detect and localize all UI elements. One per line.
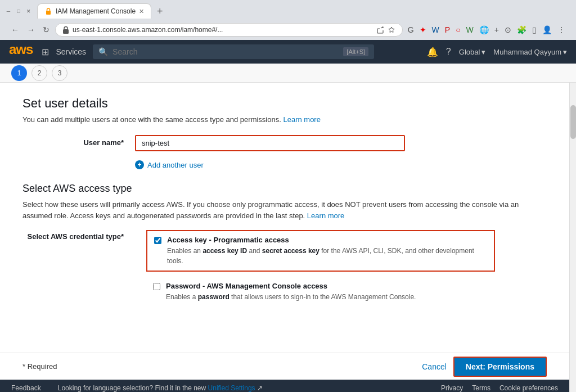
programmatic-access-checkbox[interactable] [154,237,161,244]
ext2-icon[interactable]: W [430,24,441,35]
address-bar[interactable]: us-east-1.console.aws.amazon.com/iam/hom… [55,23,403,37]
credential-options: Access key - Programmatic access Enables… [146,230,547,312]
username-label: User name* [22,135,135,147]
secondary-nav: 1 2 3 [0,64,576,83]
user-dropdown[interactable]: Muhammad Qayyum ▾ [493,48,567,56]
profile-icon[interactable]: 👤 [541,24,554,35]
access-type-desc: Select how these users will primarily ac… [22,199,540,221]
username-input[interactable] [135,135,405,151]
footer-links: Privacy Terms Cookie preferences [441,384,558,392]
global-dropdown[interactable]: Global ▾ [459,48,486,56]
step3-btn[interactable]: 3 [52,65,68,81]
star-icon[interactable] [388,26,395,34]
add-user-plus-icon: + [135,160,144,169]
global-label: Global [459,48,480,56]
close-btn[interactable]: ✕ [25,7,33,15]
svg-rect-1 [63,29,69,34]
services-nav-link[interactable]: Services [56,47,86,56]
help-icon[interactable]: ? [446,47,451,57]
window-controls: ─ □ ✕ [4,7,33,15]
lock-icon [62,26,69,34]
back-btn[interactable]: ← [9,24,21,35]
ext5-icon[interactable]: W [465,24,475,35]
user-chevron-icon: ▾ [563,48,567,56]
programmatic-access-content: Access key - Programmatic access Enables… [167,236,487,266]
unified-settings-link[interactable]: Unified Settings [208,384,255,392]
username-form-row: User name* [22,135,547,151]
subtitle-text: You can add multiple users at once with … [22,115,281,124]
svg-rect-0 [46,11,51,15]
next-permissions-button[interactable]: Next: Permissions [453,357,547,377]
global-search[interactable]: 🔍 [Alt+S] [93,44,374,59]
username-label: Muhammad Qayyum [493,48,561,56]
credential-label: Select AWS credential type* [22,230,135,241]
grid-icon[interactable]: ⊞ [42,47,49,57]
footer-buttons: Cancel Next: Permissions [422,357,547,377]
access-type-title: Select AWS access type [22,183,547,195]
access-learn-more-link[interactable]: Learn more [307,211,344,220]
scrollbar-track[interactable] [569,83,576,392]
console-desc: Enables a password that allows users to … [166,292,416,302]
ext1-icon[interactable]: ✦ [418,24,428,35]
programmatic-title: Access key - Programmatic access [167,236,487,244]
aws-navbar: aws ⊞ Services 🔍 [Alt+S] 🔔 ? Global ▾ Mu… [0,40,576,64]
ext8-icon[interactable]: ⊙ [503,24,513,35]
bell-icon[interactable]: 🔔 [427,47,438,57]
privacy-link[interactable]: Privacy [441,384,463,392]
browser-actions: G ✦ W P ○ W 🌐 + ⊙ 🧩 ▯ 👤 ⋮ [406,24,567,35]
search-icon: 🔍 [98,47,108,56]
unified-settings-text: Looking for language selection? Find it … [52,384,430,392]
console-title: Password - AWS Management Console access [166,282,416,290]
menu-icon[interactable]: ⋮ [556,24,567,35]
refresh-btn[interactable]: ↻ [40,24,52,35]
new-tab-btn[interactable]: + [152,4,168,19]
console-access-checkbox[interactable] [153,283,160,290]
access-desc-text: Select how these users will primarily ac… [22,200,519,220]
learn-more-link[interactable]: Learn more [283,115,320,124]
ext7-icon[interactable]: + [493,24,501,35]
active-tab[interactable]: IAM Management Console ✕ [37,3,151,19]
split-view-icon[interactable]: ▯ [530,24,538,35]
page-title: Set user details [22,96,547,111]
footer-bar: * Required Cancel Next: Permissions [0,353,569,380]
share-icon[interactable] [376,26,384,34]
credential-row: Select AWS credential type* Access key -… [22,230,547,312]
minimize-btn[interactable]: ─ [4,7,12,15]
ext6-icon[interactable]: 🌐 [478,24,490,35]
forward-btn[interactable]: → [25,24,37,35]
nav-right: 🔔 ? Global ▾ Muhammad Qayyum ▾ [427,47,567,57]
ext9-icon[interactable]: 🧩 [515,24,528,35]
tab-title: IAM Management Console [56,7,136,15]
page-subtitle: You can add multiple users at once with … [22,115,547,124]
tab-close-btn[interactable]: ✕ [139,8,144,15]
page-main: Set user details You can add multiple us… [0,83,569,392]
main-content: Set user details You can add multiple us… [0,83,569,353]
address-bar-row: ← → ↻ us-east-1.console.aws.amazon.com/i… [4,21,572,40]
address-text: us-east-1.console.aws.amazon.com/iam/hom… [73,26,373,34]
scrollbar-thumb[interactable] [570,105,576,139]
maximize-btn[interactable]: □ [15,7,22,15]
step2-btn[interactable]: 2 [32,65,47,81]
feedback-link[interactable]: Feedback [11,384,41,392]
bottom-footer: Feedback Looking for language selection?… [0,380,569,392]
add-user-label: Add another user [147,161,204,169]
cancel-button[interactable]: Cancel [422,362,447,371]
terms-link[interactable]: Terms [472,384,490,392]
translate-icon[interactable]: G [406,24,416,35]
external-link-icon: ↗ [257,384,263,392]
search-shortcut: [Alt+S] [343,47,368,56]
ext4-icon[interactable]: ○ [454,24,462,35]
console-access-option: Password - AWS Management Console access… [146,277,495,307]
console-access-content: Password - AWS Management Console access… [166,282,416,302]
required-label: * Required [22,362,57,371]
global-chevron-icon: ▾ [482,48,485,56]
programmatic-desc: Enables an access key ID and secret acce… [167,246,487,266]
step1-btn[interactable]: 1 [11,65,27,81]
cookie-preferences-link[interactable]: Cookie preferences [500,384,558,392]
aws-logo[interactable]: aws [9,42,33,62]
ext3-icon[interactable]: P [443,24,452,35]
username-input-wrapper [135,135,405,151]
add-user-link[interactable]: + Add another user [135,160,547,169]
search-input[interactable] [112,47,339,56]
programmatic-access-option: Access key - Programmatic access Enables… [146,230,495,272]
